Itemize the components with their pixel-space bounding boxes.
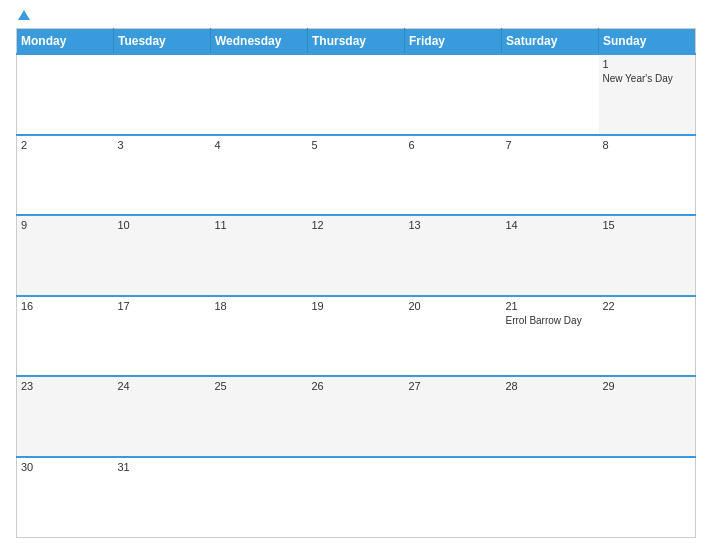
day-number: 30	[21, 461, 110, 473]
calendar-week-row: 1New Year's Day	[17, 54, 696, 135]
calendar-cell	[308, 54, 405, 135]
day-header-friday: Friday	[405, 29, 502, 55]
calendar-cell: 26	[308, 376, 405, 457]
day-number: 1	[603, 58, 692, 70]
day-number: 9	[21, 219, 110, 231]
day-header-wednesday: Wednesday	[211, 29, 308, 55]
calendar-cell	[405, 54, 502, 135]
calendar-cell	[502, 457, 599, 538]
calendar-cell: 16	[17, 296, 114, 377]
calendar-cell: 19	[308, 296, 405, 377]
calendar-cell: 10	[114, 215, 211, 296]
day-number: 14	[506, 219, 595, 231]
calendar-cell: 28	[502, 376, 599, 457]
calendar-week-row: 2345678	[17, 135, 696, 216]
calendar-cell: 6	[405, 135, 502, 216]
day-number: 23	[21, 380, 110, 392]
day-number: 16	[21, 300, 110, 312]
calendar-cell	[17, 54, 114, 135]
day-header-sunday: Sunday	[599, 29, 696, 55]
day-number: 25	[215, 380, 304, 392]
calendar-cell	[211, 54, 308, 135]
day-number: 31	[118, 461, 207, 473]
calendar-header-row: MondayTuesdayWednesdayThursdayFridaySatu…	[17, 29, 696, 55]
day-number: 11	[215, 219, 304, 231]
day-header-tuesday: Tuesday	[114, 29, 211, 55]
event-label: New Year's Day	[603, 72, 692, 85]
day-number: 10	[118, 219, 207, 231]
calendar-cell: 4	[211, 135, 308, 216]
calendar-cell: 15	[599, 215, 696, 296]
calendar-cell: 25	[211, 376, 308, 457]
calendar-cell: 1New Year's Day	[599, 54, 696, 135]
logo-triangle-icon	[18, 10, 30, 20]
calendar-cell: 12	[308, 215, 405, 296]
day-number: 24	[118, 380, 207, 392]
day-number: 20	[409, 300, 498, 312]
day-number: 8	[603, 139, 692, 151]
logo	[16, 12, 30, 22]
day-number: 12	[312, 219, 401, 231]
calendar-week-row: 161718192021Errol Barrow Day22	[17, 296, 696, 377]
calendar-cell: 3	[114, 135, 211, 216]
calendar-cell: 7	[502, 135, 599, 216]
calendar-cell: 18	[211, 296, 308, 377]
calendar-cell	[308, 457, 405, 538]
day-number: 18	[215, 300, 304, 312]
event-label: Errol Barrow Day	[506, 314, 595, 327]
calendar-page: MondayTuesdayWednesdayThursdayFridaySatu…	[0, 0, 712, 550]
day-number: 27	[409, 380, 498, 392]
day-number: 7	[506, 139, 595, 151]
day-header-thursday: Thursday	[308, 29, 405, 55]
day-number: 17	[118, 300, 207, 312]
calendar-week-row: 9101112131415	[17, 215, 696, 296]
day-number: 29	[603, 380, 692, 392]
calendar-cell: 24	[114, 376, 211, 457]
day-number: 2	[21, 139, 110, 151]
day-header-saturday: Saturday	[502, 29, 599, 55]
calendar-cell: 23	[17, 376, 114, 457]
day-number: 28	[506, 380, 595, 392]
day-number: 13	[409, 219, 498, 231]
day-number: 19	[312, 300, 401, 312]
calendar-cell: 31	[114, 457, 211, 538]
calendar-cell: 21Errol Barrow Day	[502, 296, 599, 377]
day-number: 3	[118, 139, 207, 151]
calendar-cell	[599, 457, 696, 538]
calendar-cell: 11	[211, 215, 308, 296]
calendar-cell: 14	[502, 215, 599, 296]
calendar-cell: 30	[17, 457, 114, 538]
calendar-cell: 20	[405, 296, 502, 377]
calendar-cell: 22	[599, 296, 696, 377]
calendar-cell: 2	[17, 135, 114, 216]
calendar-cell: 8	[599, 135, 696, 216]
calendar-week-row: 3031	[17, 457, 696, 538]
day-number: 6	[409, 139, 498, 151]
calendar-cell: 27	[405, 376, 502, 457]
calendar-cell: 9	[17, 215, 114, 296]
day-header-monday: Monday	[17, 29, 114, 55]
day-number: 15	[603, 219, 692, 231]
calendar-cell	[405, 457, 502, 538]
calendar-cell: 17	[114, 296, 211, 377]
day-number: 26	[312, 380, 401, 392]
calendar-cell: 5	[308, 135, 405, 216]
calendar-cell: 29	[599, 376, 696, 457]
day-number: 22	[603, 300, 692, 312]
calendar-cell	[114, 54, 211, 135]
header	[16, 12, 696, 22]
calendar-table: MondayTuesdayWednesdayThursdayFridaySatu…	[16, 28, 696, 538]
day-number: 4	[215, 139, 304, 151]
calendar-cell	[502, 54, 599, 135]
calendar-cell	[211, 457, 308, 538]
calendar-cell: 13	[405, 215, 502, 296]
day-number: 21	[506, 300, 595, 312]
day-number: 5	[312, 139, 401, 151]
calendar-week-row: 23242526272829	[17, 376, 696, 457]
